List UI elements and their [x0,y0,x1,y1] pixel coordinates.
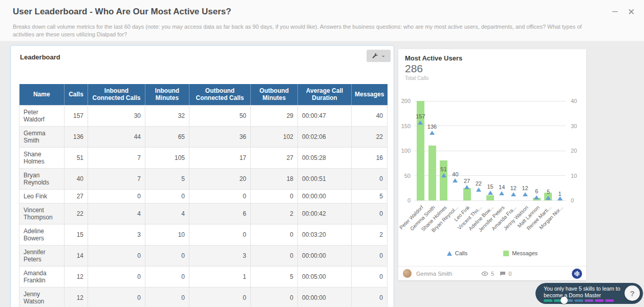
table-cell: 20 [189,168,251,189]
total-calls-value: 286 [405,63,423,75]
close-button[interactable]: ✕ [628,7,635,17]
table-cell: 0 [251,287,298,307]
table-cell: 40 [65,168,88,189]
skills-tooltip-text: You only have 5 skills to learn to becom… [544,285,620,299]
wrench-icon [372,53,378,59]
table-cell: 16 [352,147,388,168]
calls-data-label: 1 [550,191,570,197]
column-header: Messages [352,84,388,105]
messages-bar [428,146,436,200]
table-cell: 22 [65,203,88,224]
help-button[interactable]: ? [625,285,640,301]
legend-item-messages[interactable]: Messages [503,250,538,256]
most-active-users-card: Most Active Users 286 Total Calls 200150… [398,49,586,280]
table-cell: 0 [88,189,145,203]
skill-segment [595,299,604,302]
table-cell: 3 [88,224,145,245]
table-cell: 36 [189,126,251,147]
table-cell: 7 [88,168,145,189]
table-cell: 0 [189,224,251,245]
table-cell: 0 [251,189,298,203]
table-cell: 18 [251,168,298,189]
y-axis-tick-right: 40 [571,98,577,104]
card-footer: Gemma Smith 5 0 [398,266,586,280]
table-cell: 7 [88,147,145,168]
table-cell: Gemma Smith [19,126,65,147]
legend-item-calls[interactable]: Calls [447,250,467,256]
table-cell: 0 [251,245,298,266]
table-row: Amanda Franklin12001500:05:000 [19,266,388,287]
y-axis-tick-right: 0 [571,197,574,203]
table-cell: Jenny Watson [19,287,65,307]
table-cell: 50 [189,105,251,126]
table-cell: 32 [145,105,189,126]
table-cell: 2 [352,224,388,245]
table-row: Vincent Thompson22446200:00:420 [19,203,388,224]
table-cell: 4 [88,203,145,224]
table-cell: Amanda Franklin [19,266,65,287]
card-options-button[interactable]: ⌄ [367,50,391,62]
table-cell: 2 [251,203,298,224]
column-header: Average Call Duration [298,84,352,105]
minimize-button[interactable]: – [612,6,618,16]
table-cell: 27 [251,147,298,168]
table-cell: 27 [65,189,88,203]
gridline [415,151,566,151]
legend-label: Messages [512,250,538,256]
owner-name: Gemma Smith [416,271,452,277]
table-cell: 0 [145,287,189,307]
calls-data-label: 40 [445,171,465,177]
table-cell: 136 [65,126,88,147]
y-axis-tick-left: 0 [407,197,411,203]
table-cell: 6 [189,203,251,224]
column-header: Calls [65,84,88,105]
chart-legend: CallsMessages [398,250,586,256]
table-cell: 102 [251,126,298,147]
table-row: Shane Holmes517105172700:05:2816 [19,147,388,168]
comments-icon [500,271,506,276]
table-cell: 17 [189,147,251,168]
calls-point [488,191,493,195]
domo-logo[interactable] [572,269,582,280]
table-cell: 00:00:00 [298,287,352,307]
skill-segment [544,299,552,302]
table-cell: 10 [145,224,189,245]
gridline [415,101,566,101]
table-cell: 00:00:42 [298,203,352,224]
table-cell: 22 [352,126,388,147]
chart-plot: 1571365140272215141212651 [415,101,566,200]
chart-title: Most Active Users [405,54,462,62]
table-cell: 0 [352,266,388,287]
table-cell: 5 [251,266,298,287]
views-icon [481,271,488,276]
table-cell: 15 [65,224,88,245]
views-count: 5 [491,271,494,277]
total-calls-label: Total Calls [405,75,428,81]
owner-avatar [403,269,412,278]
y-axis-tick-left: 200 [401,98,411,104]
table-cell: Bryan Reynolds [19,168,65,189]
table-cell: 0 [352,287,388,307]
calls-data-label: 136 [422,124,442,130]
table-row: Jenny Watson12000000:00:000 [19,287,388,307]
table-cell: 0 [145,266,189,287]
leaderboard-card-title: Leaderboard [20,53,60,61]
table-cell: 65 [145,126,189,147]
legend-label: Calls [455,250,467,256]
table-cell: Vincent Thompson [19,203,65,224]
card-stats: 5 0 [481,271,511,277]
table-cell: 3 [189,245,251,266]
comments-count: 0 [508,271,511,277]
table-cell: 0 [352,203,388,224]
column-header: Outbound Connected Calls [189,84,251,105]
messages-bar [486,195,494,200]
x-axis-labels: Peter WaldorfGemma SmithShane HolmesBrya… [415,202,566,250]
table-cell: 0 [145,189,189,203]
y-axis-tick-right: 10 [571,173,577,179]
table-cell: 1 [189,266,251,287]
table-cell: 5 [145,168,189,189]
table-row: Gemma Smith13644653610200:02:0622 [19,126,388,147]
skill-segment [605,299,614,302]
calls-marker-icon [447,251,452,256]
table-row: Jennifer Peters14003000:00:000 [19,245,388,266]
